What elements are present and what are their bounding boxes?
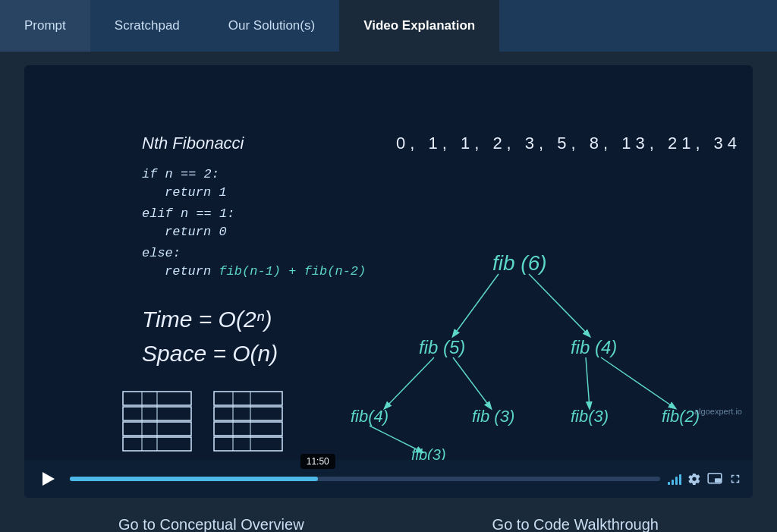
- svg-text:Time = O(2ⁿ): Time = O(2ⁿ): [142, 307, 272, 332]
- bar4: [679, 474, 681, 485]
- tab-scratchpad[interactable]: Scratchpad: [90, 0, 204, 52]
- control-icons: [668, 472, 742, 486]
- video-controls: 11:50: [24, 460, 753, 498]
- tab-bar: Prompt Scratchpad Our Solution(s) Video …: [0, 0, 777, 52]
- svg-text:fib (4): fib (4): [571, 337, 617, 357]
- svg-text:Nth Fibonacci: Nth Fibonacci: [142, 134, 245, 153]
- svg-rect-0: [24, 65, 753, 460]
- svg-text:fib (6): fib (6): [492, 251, 547, 275]
- svg-text:return 0: return 0: [165, 225, 227, 239]
- svg-text:fib(3): fib(3): [571, 407, 609, 426]
- progress-fill: [70, 477, 318, 481]
- svg-text:return fib(n-1) + fib(n-2): return fib(n-1) + fib(n-2): [165, 264, 366, 279]
- tab-prompt[interactable]: Prompt: [0, 0, 90, 52]
- fullscreen-icon[interactable]: [728, 472, 742, 486]
- tab-solutions[interactable]: Our Solution(s): [204, 0, 339, 52]
- svg-rect-40: [715, 478, 721, 483]
- play-button[interactable]: [35, 465, 62, 493]
- bar3: [675, 477, 678, 485]
- tab-video-explanation[interactable]: Video Explanation: [339, 0, 499, 52]
- svg-marker-38: [42, 472, 55, 486]
- bar2: [672, 480, 674, 485]
- watermark: algoexpert.io: [694, 407, 742, 416]
- settings-icon[interactable]: [687, 472, 701, 486]
- video-content: Nth Fibonacci 0, 1, 1, 2, 3, 5, 8, 13, 2…: [24, 65, 753, 460]
- svg-text:elif n == 1:: elif n == 1:: [142, 206, 234, 221]
- video-frame-svg: Nth Fibonacci 0, 1, 1, 2, 3, 5, 8, 13, 2…: [24, 65, 753, 460]
- main-content: Nth Fibonacci 0, 1, 1, 2, 3, 5, 8, 13, 2…: [0, 52, 777, 532]
- go-to-code-walkthrough-link[interactable]: Go to Code Walkthrough: [492, 516, 659, 532]
- svg-text:fib (3): fib (3): [472, 407, 514, 426]
- bottom-nav: Go to Conceptual Overview Go to Code Wal…: [24, 498, 753, 532]
- svg-text:fib (5): fib (5): [419, 337, 465, 357]
- signal-bars-icon[interactable]: [668, 473, 681, 485]
- svg-text:Space = O(n): Space = O(n): [142, 341, 278, 366]
- svg-text:else:: else:: [142, 246, 181, 260]
- video-wrapper: Nth Fibonacci 0, 1, 1, 2, 3, 5, 8, 13, 2…: [24, 65, 753, 498]
- svg-text:fib(4): fib(4): [351, 407, 388, 426]
- svg-text:return 1: return 1: [165, 185, 227, 200]
- picture-in-picture-icon[interactable]: [707, 473, 722, 485]
- svg-text:fib(3): fib(3): [411, 446, 446, 460]
- time-tooltip: 11:50: [300, 454, 335, 469]
- svg-text:0, 1, 1, 2, 3, 5, 8, 13, 21, 3: 0, 1, 1, 2, 3, 5, 8, 13, 21, 34: [396, 134, 741, 153]
- go-to-conceptual-overview-link[interactable]: Go to Conceptual Overview: [118, 516, 304, 532]
- progress-bar[interactable]: 11:50: [70, 477, 660, 481]
- svg-text:if n == 2:: if n == 2:: [142, 167, 219, 181]
- video-area: Nth Fibonacci 0, 1, 1, 2, 3, 5, 8, 13, 2…: [24, 65, 753, 460]
- bar1: [668, 482, 670, 485]
